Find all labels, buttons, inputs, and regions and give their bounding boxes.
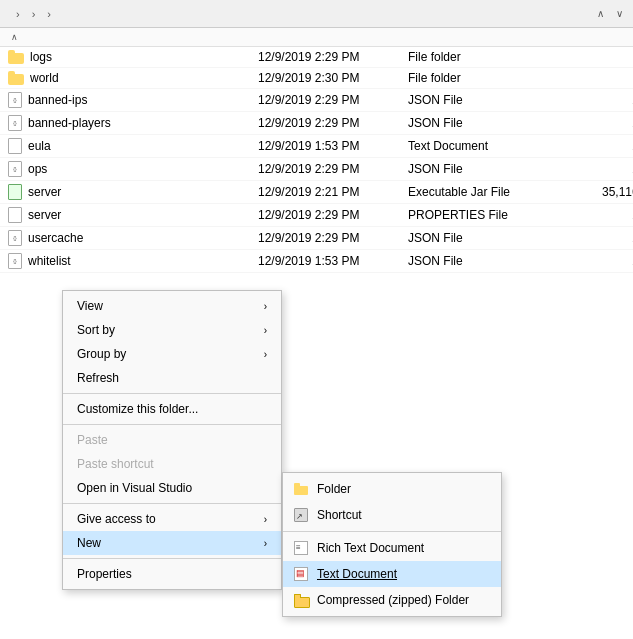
json-icon: {} xyxy=(8,230,22,246)
menu-item-paste: Paste xyxy=(63,428,281,452)
file-date: 12/9/2019 2:21 PM xyxy=(258,185,408,199)
submenu-folder-icon xyxy=(293,481,309,497)
submenu-zip-icon xyxy=(293,592,309,608)
file-date: 12/9/2019 2:29 PM xyxy=(258,208,408,222)
menu-item-give-access[interactable]: Give access to › xyxy=(63,507,281,531)
file-row[interactable]: server 12/9/2019 2:29 PM PROPERTIES File… xyxy=(0,204,633,227)
header-size[interactable] xyxy=(578,32,633,42)
file-size: 1 KB xyxy=(578,162,633,176)
submenu-item-new-folder[interactable]: Folder xyxy=(283,476,501,502)
file-date: 12/9/2019 2:29 PM xyxy=(258,231,408,245)
submenu-item-new-rtf[interactable]: Rich Text Document xyxy=(283,535,501,561)
file-date: 12/9/2019 1:53 PM xyxy=(258,139,408,153)
breadcrumb-sep-3: › xyxy=(47,8,51,20)
menu-item-group-by[interactable]: Group by › xyxy=(63,342,281,366)
file-name: world xyxy=(30,71,59,85)
submenu-item-label: Shortcut xyxy=(317,508,362,522)
breadcrumb-down-icon[interactable]: ∨ xyxy=(612,6,627,21)
file-row[interactable]: {} banned-players 12/9/2019 2:29 PM JSON… xyxy=(0,112,633,135)
file-type: JSON File xyxy=(408,116,578,130)
file-row[interactable]: {} ops 12/9/2019 2:29 PM JSON File 1 KB xyxy=(0,158,633,181)
menu-item-paste-shortcut: Paste shortcut xyxy=(63,452,281,476)
json-icon: {} xyxy=(8,161,22,177)
breadcrumb-up-icon[interactable]: ∧ xyxy=(593,6,608,21)
menu-item-new[interactable]: New › xyxy=(63,531,281,555)
file-size: 1 KB xyxy=(578,116,633,130)
file-row[interactable]: {} usercache 12/9/2019 2:29 PM JSON File… xyxy=(0,227,633,250)
file-row[interactable]: {} banned-ips 12/9/2019 2:29 PM JSON Fil… xyxy=(0,89,633,112)
file-date: 12/9/2019 2:30 PM xyxy=(258,71,408,85)
breadcrumb: › › › ∧ ∨ xyxy=(0,0,633,28)
file-size: 1 KB xyxy=(578,231,633,245)
file-row[interactable]: logs 12/9/2019 2:29 PM File folder xyxy=(0,47,633,68)
file-type: Executable Jar File xyxy=(408,185,578,199)
menu-item-label: View xyxy=(77,299,264,313)
folder-icon xyxy=(8,71,24,85)
file-type: Text Document xyxy=(408,139,578,153)
file-type: File folder xyxy=(408,71,578,85)
file-name-cell: {} ops xyxy=(8,161,258,177)
json-icon: {} xyxy=(8,92,22,108)
submenu-arrow-icon: › xyxy=(264,514,267,525)
file-name: whitelist xyxy=(28,254,71,268)
menu-divider xyxy=(63,424,281,425)
submenu-item-new-zip[interactable]: Compressed (zipped) Folder xyxy=(283,587,501,613)
submenu-divider xyxy=(283,531,501,532)
context-menu: View › Sort by › Group by › Refresh Cust… xyxy=(62,290,282,590)
file-type: File folder xyxy=(408,50,578,64)
file-name: server xyxy=(28,208,61,222)
file-list-header: ∧ xyxy=(0,28,633,47)
submenu-item-label: Compressed (zipped) Folder xyxy=(317,593,469,607)
text-icon xyxy=(8,138,22,154)
menu-item-label: Group by xyxy=(77,347,264,361)
submenu-txt-icon xyxy=(293,566,309,582)
breadcrumb-desktop[interactable] xyxy=(22,12,30,16)
file-date: 12/9/2019 2:29 PM xyxy=(258,116,408,130)
file-row[interactable]: {} whitelist 12/9/2019 1:53 PM JSON File… xyxy=(0,250,633,273)
file-list: logs 12/9/2019 2:29 PM File folder world… xyxy=(0,47,633,273)
menu-item-label: Properties xyxy=(77,567,267,581)
file-name-cell: server xyxy=(8,207,258,223)
submenu-item-label: Rich Text Document xyxy=(317,541,424,555)
submenu-item-label: Text Document xyxy=(317,567,397,581)
menu-item-label: Paste shortcut xyxy=(77,457,267,471)
menu-item-open-vs[interactable]: Open in Visual Studio xyxy=(63,476,281,500)
submenu-arrow-icon: › xyxy=(264,538,267,549)
submenu-arrow-icon: › xyxy=(264,301,267,312)
file-row[interactable]: eula 12/9/2019 1:53 PM Text Document 1 K… xyxy=(0,135,633,158)
submenu-item-new-txt[interactable]: Text Document xyxy=(283,561,501,587)
file-size: 1 KB xyxy=(578,139,633,153)
menu-item-refresh[interactable]: Refresh xyxy=(63,366,281,390)
file-date: 12/9/2019 1:53 PM xyxy=(258,254,408,268)
header-type[interactable] xyxy=(408,32,578,42)
file-name-cell: server xyxy=(8,184,258,200)
submenu-arrow-icon: › xyxy=(264,349,267,360)
file-type: JSON File xyxy=(408,93,578,107)
menu-item-label: Paste xyxy=(77,433,267,447)
file-size: 35,116 KB xyxy=(578,185,633,199)
menu-item-properties[interactable]: Properties xyxy=(63,562,281,586)
submenu-item-new-shortcut[interactable]: Shortcut xyxy=(283,502,501,528)
file-name-cell: world xyxy=(8,71,258,85)
header-name[interactable]: ∧ xyxy=(8,32,258,42)
menu-item-label: Refresh xyxy=(77,371,267,385)
file-name-cell: eula xyxy=(8,138,258,154)
file-row[interactable]: server 12/9/2019 2:21 PM Executable Jar … xyxy=(0,181,633,204)
submenu-rtf-icon xyxy=(293,540,309,556)
menu-item-view[interactable]: View › xyxy=(63,294,281,318)
header-date[interactable] xyxy=(258,32,408,42)
file-name-cell: {} usercache xyxy=(8,230,258,246)
menu-item-sort-by[interactable]: Sort by › xyxy=(63,318,281,342)
file-name: banned-players xyxy=(28,116,111,130)
menu-item-customize[interactable]: Customize this folder... xyxy=(63,397,281,421)
breadcrumb-minecraft[interactable] xyxy=(37,12,45,16)
file-size: 1 KB xyxy=(578,208,633,222)
file-name-cell: {} banned-players xyxy=(8,115,258,131)
file-name-cell: logs xyxy=(8,50,258,64)
file-size: 1 KB xyxy=(578,254,633,268)
prop-icon xyxy=(8,207,22,223)
breadcrumb-thispc[interactable] xyxy=(6,12,14,16)
file-row[interactable]: world 12/9/2019 2:30 PM File folder xyxy=(0,68,633,89)
file-type: JSON File xyxy=(408,254,578,268)
submenu-item-label: Folder xyxy=(317,482,351,496)
